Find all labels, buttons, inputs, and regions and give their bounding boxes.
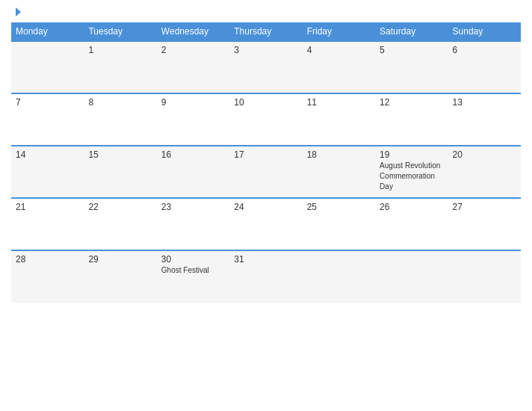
weekday-header: Thursday (229, 22, 302, 41)
calendar-cell: 23 (157, 198, 229, 250)
weekday-header: Sunday (448, 22, 521, 41)
day-number: 23 (161, 202, 225, 212)
day-number: 8 (88, 97, 152, 108)
calendar-cell: 4 (303, 41, 375, 93)
header (11, 7, 521, 16)
calendar-cell: 20 (448, 146, 521, 198)
calendar-cell: 2 (157, 41, 229, 93)
day-number: 18 (307, 149, 371, 160)
day-number: 3 (234, 45, 297, 55)
calendar-week-row: 78910111213 (11, 93, 521, 146)
day-number: 27 (453, 202, 516, 212)
calendar-cell: 25 (303, 198, 375, 250)
day-number: 22 (88, 202, 152, 212)
day-number: 7 (16, 97, 79, 108)
calendar-cell: 29 (84, 250, 156, 303)
calendar-week-row: 21222324252627 (11, 198, 521, 250)
event-label: Ghost Festival (161, 266, 209, 274)
day-number: 25 (307, 202, 371, 212)
day-number: 26 (380, 202, 443, 212)
weekday-header: Wednesday (157, 22, 229, 41)
calendar-cell: 9 (157, 93, 229, 146)
calendar-cell: 19August Revolution Commemoration Day (375, 146, 448, 198)
day-number: 19 (380, 149, 443, 160)
weekday-header: Tuesday (84, 22, 156, 41)
calendar-cell (448, 250, 521, 303)
weekday-header: Monday (11, 22, 84, 41)
day-number: 15 (88, 149, 152, 160)
calendar-cell: 18 (303, 146, 375, 198)
calendar-cell: 30Ghost Festival (157, 250, 229, 303)
calendar-cell: 31 (229, 250, 302, 303)
calendar-cell (375, 250, 448, 303)
day-number: 17 (234, 149, 297, 160)
calendar-week-row: 123456 (11, 41, 521, 93)
calendar-cell: 28 (11, 250, 84, 303)
event-label: August Revolution Commemoration Day (380, 161, 440, 191)
day-number: 29 (88, 254, 152, 265)
calendar-cell: 12 (375, 93, 448, 146)
calendar-cell (11, 41, 84, 93)
calendar-table: MondayTuesdayWednesdayThursdayFridaySatu… (11, 22, 521, 303)
calendar-cell: 8 (84, 93, 156, 146)
calendar-cell: 21 (11, 198, 84, 250)
day-number: 31 (234, 254, 297, 265)
weekday-row: MondayTuesdayWednesdayThursdayFridaySatu… (11, 22, 521, 41)
calendar-cell: 27 (448, 198, 521, 250)
day-number: 9 (161, 97, 225, 108)
logo (14, 7, 21, 16)
day-number: 12 (380, 97, 443, 108)
day-number: 2 (161, 45, 225, 55)
calendar-header: MondayTuesdayWednesdayThursdayFridaySatu… (11, 22, 521, 41)
day-number: 20 (453, 149, 516, 160)
calendar-cell: 15 (84, 146, 156, 198)
day-number: 24 (234, 202, 297, 212)
calendar-cell: 13 (448, 93, 521, 146)
calendar-body: 12345678910111213141516171819August Revo… (11, 41, 521, 303)
calendar-cell: 11 (303, 93, 375, 146)
calendar-week-row: 141516171819August Revolution Commemorat… (11, 146, 521, 198)
day-number: 11 (307, 97, 371, 108)
calendar-page: MondayTuesdayWednesdayThursdayFridaySatu… (0, 0, 532, 411)
calendar-cell: 22 (84, 198, 156, 250)
calendar-cell: 3 (229, 41, 302, 93)
day-number: 30 (161, 254, 225, 265)
calendar-cell: 7 (11, 93, 84, 146)
weekday-header: Saturday (375, 22, 448, 41)
day-number: 13 (453, 97, 516, 108)
day-number: 5 (380, 45, 443, 55)
weekday-header: Friday (303, 22, 375, 41)
calendar-cell: 17 (229, 146, 302, 198)
calendar-cell: 5 (375, 41, 448, 93)
day-number: 10 (234, 97, 297, 108)
calendar-cell: 1 (84, 41, 156, 93)
calendar-week-row: 282930Ghost Festival31 (11, 250, 521, 303)
calendar-cell: 16 (157, 146, 229, 198)
calendar-cell (303, 250, 375, 303)
day-number: 4 (307, 45, 371, 55)
day-number: 16 (161, 149, 225, 160)
day-number: 14 (16, 149, 79, 160)
logo-triangle-icon (16, 7, 21, 16)
calendar-cell: 6 (448, 41, 521, 93)
calendar-cell: 10 (229, 93, 302, 146)
calendar-cell: 26 (375, 198, 448, 250)
day-number: 6 (453, 45, 516, 55)
day-number: 21 (16, 202, 79, 212)
day-number: 1 (88, 45, 152, 55)
day-number: 28 (16, 254, 79, 265)
calendar-cell: 14 (11, 146, 84, 198)
calendar-cell: 24 (229, 198, 302, 250)
